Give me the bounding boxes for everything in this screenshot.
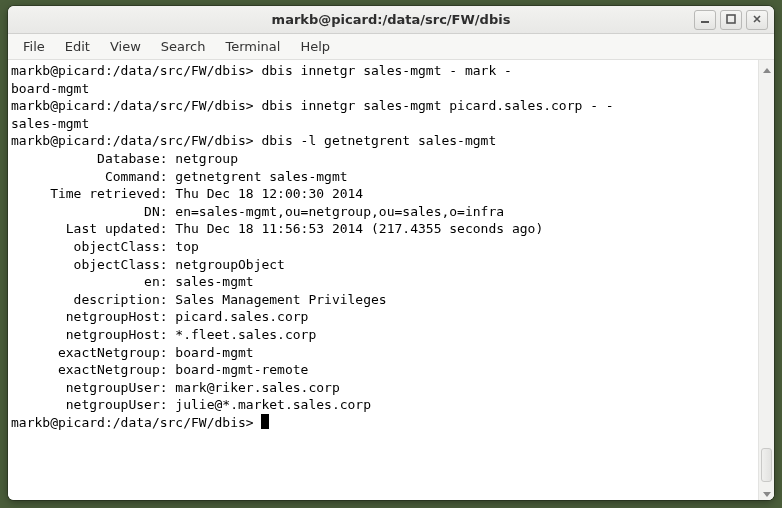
terminal-line: markb@picard:/data/src/FW/dbis> dbis inn… <box>11 62 756 80</box>
cursor <box>261 414 269 429</box>
close-button[interactable] <box>746 10 768 30</box>
terminal-line: objectClass: top <box>11 238 756 256</box>
terminal-line: netgroupHost: picard.sales.corp <box>11 308 756 326</box>
terminal-line: description: Sales Management Privileges <box>11 291 756 309</box>
menubar: File Edit View Search Terminal Help <box>8 34 774 60</box>
scroll-thumb[interactable] <box>761 448 772 482</box>
titlebar: markb@picard:/data/src/FW/dbis <box>8 6 774 34</box>
terminal-line: sales-mgmt <box>11 115 756 133</box>
menu-search[interactable]: Search <box>152 36 215 57</box>
maximize-icon <box>726 12 736 27</box>
terminal-line: netgroupUser: julie@*.market.sales.corp <box>11 396 756 414</box>
chevron-down-icon <box>763 485 771 500</box>
svg-rect-1 <box>727 15 735 23</box>
menu-terminal[interactable]: Terminal <box>216 36 289 57</box>
menu-edit[interactable]: Edit <box>56 36 99 57</box>
scroll-down-button[interactable] <box>759 484 774 500</box>
terminal-line: en: sales-mgmt <box>11 273 756 291</box>
chevron-up-icon <box>763 61 771 76</box>
terminal-line: Command: getnetgrent sales-mgmt <box>11 168 756 186</box>
menu-help[interactable]: Help <box>291 36 339 57</box>
terminal-line: markb@picard:/data/src/FW/dbis> dbis inn… <box>11 97 756 115</box>
menu-view[interactable]: View <box>101 36 150 57</box>
terminal-line: Time retrieved: Thu Dec 18 12:00:30 2014 <box>11 185 756 203</box>
window-controls <box>694 10 768 30</box>
terminal-line: netgroupHost: *.fleet.sales.corp <box>11 326 756 344</box>
menu-file[interactable]: File <box>14 36 54 57</box>
terminal-line: board-mgmt <box>11 80 756 98</box>
minimize-button[interactable] <box>694 10 716 30</box>
svg-rect-0 <box>701 21 709 23</box>
terminal-window: markb@picard:/data/src/FW/dbis File Edit… <box>8 6 774 500</box>
terminal-line: Database: netgroup <box>11 150 756 168</box>
minimize-icon <box>700 12 710 27</box>
scroll-up-button[interactable] <box>759 60 774 76</box>
terminal-line: netgroupUser: mark@riker.sales.corp <box>11 379 756 397</box>
window-title: markb@picard:/data/src/FW/dbis <box>8 12 774 27</box>
terminal-output[interactable]: markb@picard:/data/src/FW/dbis> dbis inn… <box>8 60 758 500</box>
terminal-prompt-line: markb@picard:/data/src/FW/dbis> <box>11 414 756 432</box>
close-icon <box>752 12 762 27</box>
terminal-area: markb@picard:/data/src/FW/dbis> dbis inn… <box>8 60 774 500</box>
scrollbar <box>758 60 774 500</box>
terminal-line: exactNetgroup: board-mgmt-remote <box>11 361 756 379</box>
terminal-line: objectClass: netgroupObject <box>11 256 756 274</box>
terminal-line: Last updated: Thu Dec 18 11:56:53 2014 (… <box>11 220 756 238</box>
terminal-line: DN: en=sales-mgmt,ou=netgroup,ou=sales,o… <box>11 203 756 221</box>
maximize-button[interactable] <box>720 10 742 30</box>
terminal-line: exactNetgroup: board-mgmt <box>11 344 756 362</box>
terminal-line: markb@picard:/data/src/FW/dbis> dbis -l … <box>11 132 756 150</box>
